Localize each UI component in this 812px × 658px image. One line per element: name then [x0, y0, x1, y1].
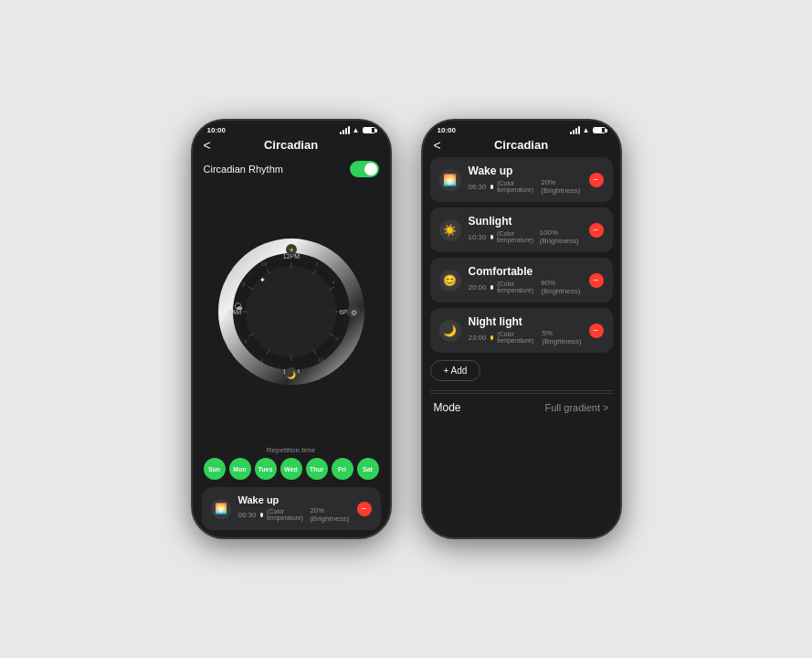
battery-icon-2 [593, 127, 606, 133]
list-remove-wakeup[interactable]: − [589, 173, 604, 187]
back-button-2[interactable]: < [434, 138, 441, 153]
list-pct-wakeup: 20% (Brightness) [541, 178, 581, 195]
days-row: Sun Mon Tues Wed Thur Fri Sat [202, 458, 381, 480]
phone1-content: Circadian Rhythm [193, 157, 390, 537]
wake-icon: 🌅 [211, 499, 231, 519]
day-wed[interactable]: Wed [280, 458, 302, 480]
header-1: < Circadian [193, 136, 390, 157]
wake-time-row: 06:30 (Color temperature) 20% (Brightnes… [238, 506, 350, 523]
add-button-label: + Add [444, 366, 468, 376]
day-thur[interactable]: Thur [306, 458, 328, 480]
list-name-sunlight: Sunlight [469, 215, 582, 228]
list-time-comfortable: 20:00 [469, 283, 487, 292]
rhythm-label: Circadian Rhythm [204, 164, 283, 175]
wake-sub: (Color temperature) [267, 508, 306, 521]
list-time-row-sunlight: 10:30 (Color temperature) 100% (Brightne… [469, 228, 582, 245]
list-dot-sunlight [490, 235, 493, 239]
list-remove-sunlight[interactable]: − [589, 223, 604, 238]
svg-text:⚙: ⚙ [350, 309, 356, 317]
wake-card: 🌅 Wake up 06:30 (Color temperature) 20% … [202, 487, 381, 530]
add-button[interactable]: + Add [430, 360, 481, 381]
wifi-icon: ▲ [353, 126, 360, 134]
status-right-1: ▲ [340, 126, 375, 134]
list-pct-nightlight: 5% (Brightness) [542, 329, 581, 345]
clock-svg: 12PM 6PM 12AM 6AM 2 4 8 10 [218, 239, 364, 385]
list-icon-nightlight: 🌙 [439, 320, 461, 342]
list-name-wakeup: Wake up [469, 164, 582, 177]
phone-2: 10:00 ▲ < Circadian [421, 119, 622, 539]
wake-name: Wake up [238, 494, 350, 505]
toggle-knob [364, 163, 377, 175]
screen-1: 10:00 ▲ < Circadian [193, 121, 390, 537]
time-2: 10:00 [438, 126, 456, 134]
rhythm-row: Circadian Rhythm [202, 157, 381, 181]
list-item-comfortable: 😊 Comfortable 20:00 (Color temperature) … [430, 258, 613, 302]
mode-row[interactable]: Mode Full gradient > [430, 393, 613, 421]
day-tues[interactable]: Tues [255, 458, 277, 480]
list-item-sunlight: ☀️ Sunlight 10:30 (Color temperature) 10… [430, 207, 613, 252]
list-remove-nightlight[interactable]: − [589, 324, 604, 338]
mode-label: Mode [434, 401, 461, 414]
list-sub-sunlight: (Color temperature) [497, 230, 536, 243]
list-dot-comfortable [490, 285, 494, 290]
notch-1 [255, 121, 328, 139]
back-button-1[interactable]: < [204, 138, 211, 153]
svg-text:☀: ☀ [289, 247, 294, 253]
screen-2: 10:00 ▲ < Circadian [423, 121, 620, 537]
list-remove-comfortable[interactable]: − [589, 273, 604, 288]
list-dot-wakeup [490, 185, 494, 189]
list-info-wakeup: Wake up 06:30 (Color temperature) 20% (B… [469, 164, 582, 195]
rhythm-toggle[interactable] [350, 161, 379, 177]
list-time-wakeup: 06:30 [469, 183, 487, 191]
svg-text:🌤: 🌤 [234, 302, 243, 312]
svg-text:2: 2 [260, 357, 264, 363]
wifi-icon-2: ▲ [583, 126, 590, 134]
wake-pct: 20% (Brightness) [310, 506, 349, 523]
color-dot [260, 513, 264, 517]
divider [430, 390, 613, 391]
list-name-comfortable: Comfortable [469, 265, 582, 278]
list-item-wakeup: 🌅 Wake up 06:30 (Color temperature) 20% … [430, 157, 613, 202]
wake-remove-btn[interactable]: − [357, 502, 372, 516]
list-pct-comfortable: 80% (Brightness) [541, 279, 581, 295]
list-info-comfortable: Comfortable 20:00 (Color temperature) 80… [469, 265, 582, 295]
day-sat[interactable]: Sat [357, 458, 379, 480]
list-name-nightlight: Night light [469, 315, 582, 328]
wake-info: Wake up 06:30 (Color temperature) 20% (B… [238, 494, 350, 523]
battery-icon [363, 127, 375, 133]
scene: 10:00 ▲ < Circadian [173, 101, 640, 557]
time-1: 10:00 [207, 126, 226, 134]
list-time-sunlight: 10:30 [469, 233, 487, 241]
svg-text:2: 2 [315, 261, 319, 267]
list-sub-wakeup: (Color temperature) [497, 180, 537, 193]
phone2-content: 🌅 Wake up 06:30 (Color temperature) 20% … [423, 157, 620, 537]
day-mon[interactable]: Mon [229, 458, 251, 480]
list-icon-sunlight: ☀️ [439, 219, 461, 241]
mode-value: Full gradient > [544, 402, 608, 413]
svg-text:10: 10 [317, 357, 323, 363]
days-section: Repetition time Sun Mon Tues Wed Thur Fr… [202, 442, 381, 483]
list-item-nightlight: 🌙 Night light 23:00 (Color temperature) … [430, 308, 613, 353]
clock-face: 12PM 6PM 12AM 6AM 2 4 8 10 [218, 239, 364, 385]
list-info-sunlight: Sunlight 10:30 (Color temperature) 100% … [469, 215, 582, 245]
svg-text:8: 8 [335, 336, 339, 342]
header-title-2: Circadian [494, 138, 548, 152]
signal-icon-2 [570, 126, 580, 134]
status-right-2: ▲ [570, 126, 606, 134]
list-sub-nightlight: (Color temperature) [497, 331, 538, 344]
day-fri[interactable]: Fri [332, 458, 353, 480]
list-info-nightlight: Night light 23:00 (Color temperature) 5%… [469, 315, 582, 345]
signal-icon [340, 126, 350, 134]
svg-text:✦: ✦ [258, 276, 265, 284]
list-pct-sunlight: 100% (Brightness) [540, 228, 582, 245]
list-sub-comfortable: (Color temperature) [497, 281, 537, 293]
list-icon-comfortable: 😊 [439, 270, 461, 292]
svg-text:🌙: 🌙 [287, 370, 296, 379]
clock-container: 12PM 6PM 12AM 6AM 2 4 8 10 [202, 181, 381, 442]
day-sun[interactable]: Sun [204, 458, 226, 480]
list-dot-nightlight [490, 335, 494, 340]
svg-text:10: 10 [260, 261, 267, 267]
list-time-row-wakeup: 06:30 (Color temperature) 20% (Brightnes… [469, 178, 582, 195]
wake-time: 06:30 [238, 511, 257, 519]
phone-1: 10:00 ▲ < Circadian [191, 119, 392, 539]
